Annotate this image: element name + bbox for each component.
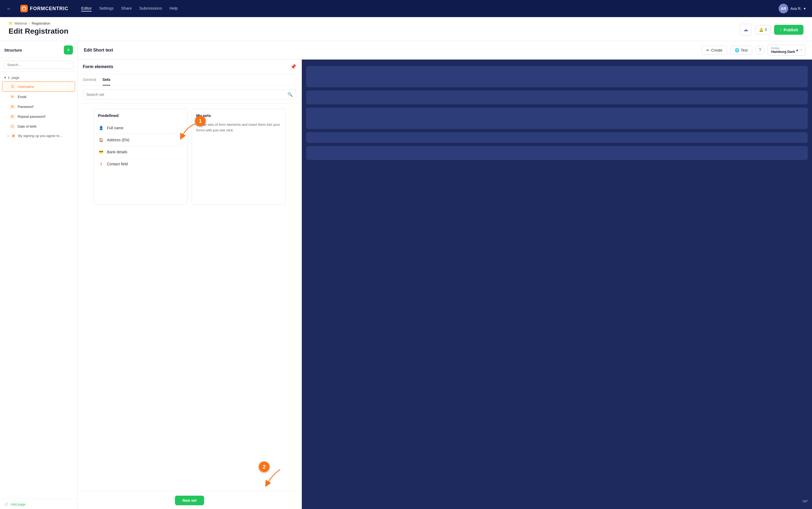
tree-page-chevron-icon: ▾ <box>4 75 6 79</box>
panel-title: Form elements <box>83 64 113 69</box>
help-icon: ? <box>759 48 761 53</box>
breadcrumb-folder-icon: 📁 <box>8 21 13 25</box>
nav-help[interactable]: Help <box>169 6 178 11</box>
design-selector[interactable]: Design Hamburg Dark ▾ ? <box>768 45 806 56</box>
bell-icon: 🔔 <box>759 28 764 32</box>
design-chevron-icon: ▾ <box>796 48 798 52</box>
help-button[interactable]: ? <box>755 46 765 55</box>
publish-icon: ↑ <box>779 28 782 32</box>
pin-icon[interactable]: 📌 <box>290 64 296 70</box>
tree-item-username[interactable]: ☰ Username <box>2 81 75 92</box>
panel-tabs: General Sets <box>77 74 302 86</box>
create-icon: ✏ <box>706 48 709 52</box>
design-labels: Design Hamburg Dark <box>771 47 795 54</box>
repeat-password-icon: ⊞ <box>10 114 15 119</box>
breadcrumb-current: Registration <box>32 21 50 25</box>
user-name: Ava R. <box>790 6 802 11</box>
panel-header: Form elements 📌 <box>77 60 302 74</box>
page-title: Edit Registration <box>8 27 68 36</box>
set-item-contact[interactable]: ℹ Contact field <box>98 158 183 170</box>
publish-label: Publish <box>784 28 798 32</box>
logo-text: FORMCENTRIC <box>30 6 68 11</box>
notifications-button[interactable]: 🔔 0 <box>755 25 771 34</box>
nav-submissions[interactable]: Submissions <box>139 6 162 11</box>
notif-count: 0 <box>765 28 767 32</box>
search-inner: 🔍 <box>83 90 296 99</box>
sidebar-search-input[interactable] <box>4 61 73 69</box>
fullname-icon: 👤 <box>98 125 104 131</box>
tree-item-repeat-password[interactable]: ⊞ Repeat password* <box>2 112 75 121</box>
panel-footer: New set <box>77 491 302 509</box>
group-label: By signing up you agree to... <box>18 134 62 138</box>
panel-overlay: Form elements 📌 General Sets 🔍 <box>77 60 812 509</box>
sidebar-tree: ▾ 1. page ☰ Username ✉ Email ⊞ Password*… <box>0 72 77 499</box>
sets-columns: Predefined 👤 Full name 🏠 Address (EN) 💳 <box>94 109 286 205</box>
group-icon: ◉ <box>11 133 16 138</box>
test-icon: 🌐 <box>735 48 739 52</box>
sidebar-search-container <box>0 58 77 72</box>
panel-search: 🔍 <box>77 86 302 103</box>
tree-item-password[interactable]: ⊞ Password* <box>2 102 75 111</box>
add-page-button[interactable]: 📄 Add page <box>4 502 26 506</box>
tree-item-repeat-label: Repeat password* <box>18 114 71 118</box>
breadcrumb-separator: › <box>29 21 30 25</box>
tree-item-email[interactable]: ✉ Email <box>2 92 75 101</box>
set-item-bank-label: Bank details <box>107 150 127 154</box>
set-item-bank[interactable]: 💳 Bank details <box>98 146 183 158</box>
annotation-1: 1 <box>195 115 206 126</box>
preview-block-5 <box>306 146 808 160</box>
contact-icon: ℹ <box>98 161 104 167</box>
preview-block-3 <box>306 108 808 129</box>
editor-actions: ✏ Create 🌐 Test ? Design Hamburg Dark ▾ <box>702 45 806 56</box>
avatar: AR <box>779 4 788 13</box>
username-icon: ☰ <box>10 84 15 89</box>
test-button[interactable]: 🌐 Test <box>730 46 752 55</box>
nav-settings[interactable]: Settings <box>99 6 113 11</box>
tab-sets[interactable]: Sets <box>103 74 110 86</box>
header-left: 📁 Webinar › Registration Edit Registrati… <box>8 21 68 36</box>
sidebar-footer: 📄 Add page <box>0 499 77 509</box>
set-item-fullname[interactable]: 👤 Full name <box>98 122 183 134</box>
design-small-label: Design <box>771 47 795 50</box>
design-help-icon: ? <box>800 48 802 52</box>
nav-links: Editor Settings Share Submissions Help <box>81 6 178 11</box>
preview-block-2 <box>306 91 808 104</box>
required-star-2: * <box>45 114 46 118</box>
tree-item-username-label: Username <box>18 84 70 89</box>
tree-item-group[interactable]: › ◉ By signing up you agree to... <box>0 131 77 140</box>
email-icon: ✉ <box>10 94 15 99</box>
set-search-input[interactable] <box>86 92 285 97</box>
editor-area: Edit Short text ✏ Create 🌐 Test ? Design… <box>77 41 812 509</box>
search-icon: 🔍 <box>287 92 293 97</box>
editor-title: Edit Short text <box>84 48 113 53</box>
bank-icon: 💳 <box>98 149 104 155</box>
tree-page-text: 1. page <box>8 75 19 79</box>
annotation-2: 2 <box>259 462 270 472</box>
predefined-title: Predefined <box>98 113 183 118</box>
nav-editor[interactable]: Editor <box>81 6 92 11</box>
publish-button[interactable]: ↑ Publish <box>774 25 804 35</box>
add-element-button[interactable]: + <box>64 45 73 55</box>
my-sets-column: My sets Create sets of form elements and… <box>192 109 286 205</box>
design-main-label: Hamburg Dark <box>771 50 795 54</box>
header-actions: ☁ 🔔 0 ↑ Publish <box>740 24 804 36</box>
tree-page-label: ▾ 1. page <box>0 74 77 81</box>
address-icon: 🏠 <box>98 137 104 143</box>
user-menu[interactable]: AR Ava R. ▾ <box>779 4 806 13</box>
create-label: Create <box>711 48 722 52</box>
create-button[interactable]: ✏ Create <box>702 46 727 55</box>
sidebar-header: Structure + <box>0 41 77 58</box>
tab-general[interactable]: General <box>83 74 96 86</box>
tree-item-dob[interactable]: ◫ Date of birth <box>2 122 75 131</box>
tree-item-dob-label: Date of birth <box>18 125 71 129</box>
new-set-button[interactable]: New set <box>175 496 204 505</box>
preview-block-1 <box>306 66 808 87</box>
required-star: * <box>33 105 34 109</box>
set-item-address[interactable]: 🏠 Address (EN) <box>98 134 183 146</box>
breadcrumb-parent[interactable]: Webinar <box>14 21 27 25</box>
nav-share[interactable]: Share <box>121 6 132 11</box>
preview-area: ns* <box>302 60 812 509</box>
back-button[interactable]: ← <box>6 6 12 12</box>
cloud-save-button[interactable]: ☁ <box>740 24 752 36</box>
preview-required-note: ns* <box>803 499 808 503</box>
